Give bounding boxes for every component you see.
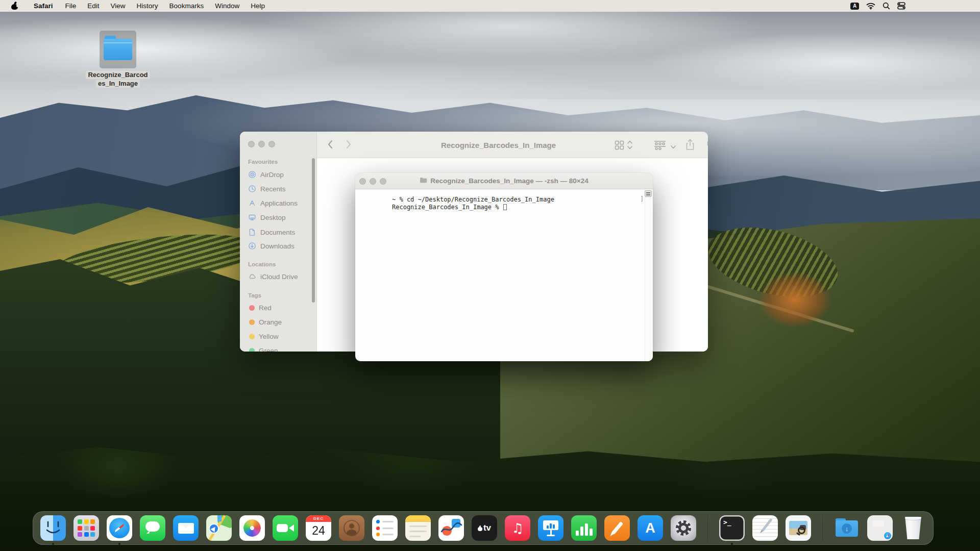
sidebar-tag-yellow[interactable]: Yellow xyxy=(245,330,312,342)
input-source-icon[interactable]: A xyxy=(850,0,859,12)
menu-window[interactable]: Window xyxy=(209,0,245,12)
sidebar-item-desktop[interactable]: Desktop xyxy=(245,211,312,223)
airdrop-icon xyxy=(248,170,256,179)
terminal-prompt-mark: ] xyxy=(640,195,644,203)
terminal-window-title: Recognize_Barcodes_In_Image — -zsh — 80×… xyxy=(420,177,589,185)
back-button[interactable] xyxy=(327,140,333,152)
minimize-button[interactable] xyxy=(258,141,265,147)
sidebar-scrollbar[interactable] xyxy=(312,158,315,303)
yellow-tag-dot xyxy=(249,334,255,339)
menu-app-safari[interactable]: Safari xyxy=(27,0,60,12)
zoom-button[interactable] xyxy=(268,141,275,147)
dock-separator xyxy=(822,515,823,541)
orange-tag-dot xyxy=(249,319,255,325)
sidebar-tags-header: Tags xyxy=(248,292,261,298)
dock-music-icon[interactable]: ♫ xyxy=(505,515,530,541)
dock-launchpad-icon[interactable] xyxy=(74,515,99,541)
dock: DEC 24 tv ♫ A >_ xyxy=(33,511,934,545)
green-tag-dot xyxy=(249,348,255,352)
dock-numbers-icon[interactable] xyxy=(571,515,597,541)
dock-reminders-icon[interactable] xyxy=(372,515,398,541)
download-circle-icon xyxy=(248,242,256,250)
menu-bookmarks[interactable]: Bookmarks xyxy=(164,0,210,12)
control-center-icon[interactable] xyxy=(897,0,906,12)
dock-trash-icon[interactable] xyxy=(900,515,926,541)
apple-logo-icon xyxy=(11,2,18,10)
share-icon[interactable] xyxy=(685,139,695,153)
terminal-titlebar: Recognize_Barcodes_In_Image — -zsh — 80×… xyxy=(355,173,653,189)
dock-pages-icon[interactable] xyxy=(604,515,630,541)
view-grid-icon[interactable] xyxy=(615,140,624,152)
menu-file[interactable]: File xyxy=(60,0,82,12)
sidebar-tag-green[interactable]: Green xyxy=(245,344,312,352)
dock-notes-icon[interactable] xyxy=(405,515,431,541)
desktop-folder-recognize-barcodes[interactable]: Recognize_Barcod es_In_Image xyxy=(90,31,146,88)
dock-facetime-icon[interactable] xyxy=(273,515,298,541)
sidebar-item-airdrop[interactable]: AirDrop xyxy=(245,168,312,181)
zoom-button[interactable] xyxy=(380,178,386,185)
proxy-folder-icon xyxy=(420,177,427,185)
dock-maps-icon[interactable] xyxy=(206,515,232,541)
apple-logo-icon xyxy=(478,525,482,531)
group-by-chevron-icon[interactable] xyxy=(670,142,676,152)
close-button[interactable] xyxy=(359,178,366,185)
sidebar-item-documents[interactable]: Documents xyxy=(245,226,312,238)
dock-freeform-icon[interactable] xyxy=(438,515,464,541)
sidebar-item-icloud-drive[interactable]: iCloud Drive xyxy=(245,270,312,283)
desktop-monitor-icon xyxy=(248,213,256,221)
dock-terminal-icon[interactable]: >_ xyxy=(719,515,745,541)
menu-view[interactable]: View xyxy=(105,0,131,12)
spotlight-search-icon[interactable] xyxy=(883,0,890,12)
apple-menu[interactable] xyxy=(0,0,27,12)
sidebar-locations-header: Locations xyxy=(248,261,276,267)
group-by-icon[interactable] xyxy=(654,140,666,152)
calendar-day: 24 xyxy=(306,522,331,539)
dock-mail-icon[interactable] xyxy=(173,515,199,541)
dock-appstore-icon[interactable]: A xyxy=(638,515,663,541)
dock-textedit-icon[interactable] xyxy=(752,515,778,541)
sidebar-item-recents[interactable]: Recents xyxy=(245,183,312,195)
folder-icon xyxy=(104,39,132,60)
dock-safari-icon[interactable] xyxy=(107,515,132,541)
cloud-icon xyxy=(248,272,256,281)
dock-preview-icon[interactable] xyxy=(786,515,811,541)
forward-button[interactable] xyxy=(346,140,352,152)
document-icon xyxy=(248,228,256,236)
tag-icon[interactable] xyxy=(706,140,708,153)
sidebar-item-downloads[interactable]: Downloads xyxy=(245,240,312,252)
menu-edit[interactable]: Edit xyxy=(82,0,105,12)
terminal-window: Recognize_Barcodes_In_Image — -zsh — 80×… xyxy=(355,173,653,361)
dock-photos-icon[interactable] xyxy=(239,515,265,541)
dock-calendar-icon[interactable]: DEC 24 xyxy=(306,515,331,541)
clock-icon xyxy=(248,185,256,193)
dock-contacts-icon[interactable] xyxy=(339,515,364,541)
safari-badge-icon xyxy=(884,532,892,540)
minimize-button[interactable] xyxy=(370,178,376,185)
dock-appletv-icon[interactable]: tv xyxy=(472,515,497,541)
sidebar-favourites-header: Favourites xyxy=(248,159,278,165)
dock-downloads-folder-icon[interactable]: ↓ xyxy=(834,515,860,541)
menu-history[interactable]: History xyxy=(131,0,164,12)
sidebar-tag-orange[interactable]: Orange xyxy=(245,316,312,328)
close-button[interactable] xyxy=(248,141,255,147)
dock-separator xyxy=(707,515,708,541)
dock-keynote-icon[interactable] xyxy=(538,515,564,541)
dock-finder-icon[interactable] xyxy=(40,515,66,541)
folder-label: Recognize_Barcod es_In_Image xyxy=(86,70,150,88)
terminal-scrollbar-track[interactable] xyxy=(645,189,653,361)
terminal-output[interactable]: ~ % cd ~/Desktop/Recognize_Barcodes_In_I… xyxy=(355,189,645,361)
dock-system-settings-icon[interactable] xyxy=(671,515,696,541)
menu-help[interactable]: Help xyxy=(245,0,271,12)
applications-icon xyxy=(248,199,256,207)
view-updown-chevrons-icon[interactable] xyxy=(627,140,633,152)
dock-messages-icon[interactable] xyxy=(140,515,165,541)
dock-minimized-window-icon[interactable] xyxy=(867,515,893,541)
sidebar-item-applications[interactable]: Applications xyxy=(245,197,312,209)
sidebar-tag-red[interactable]: Red xyxy=(245,302,312,314)
terminal-marks-button[interactable] xyxy=(645,190,652,197)
wifi-icon[interactable] xyxy=(866,0,875,12)
finder-toolbar: Recognize_Barcodes_In_Image xyxy=(317,132,708,158)
terminal-cursor xyxy=(503,204,507,210)
folder-selection-highlight xyxy=(100,31,136,68)
menu-bar: Safari File Edit View History Bookmarks … xyxy=(0,0,980,12)
